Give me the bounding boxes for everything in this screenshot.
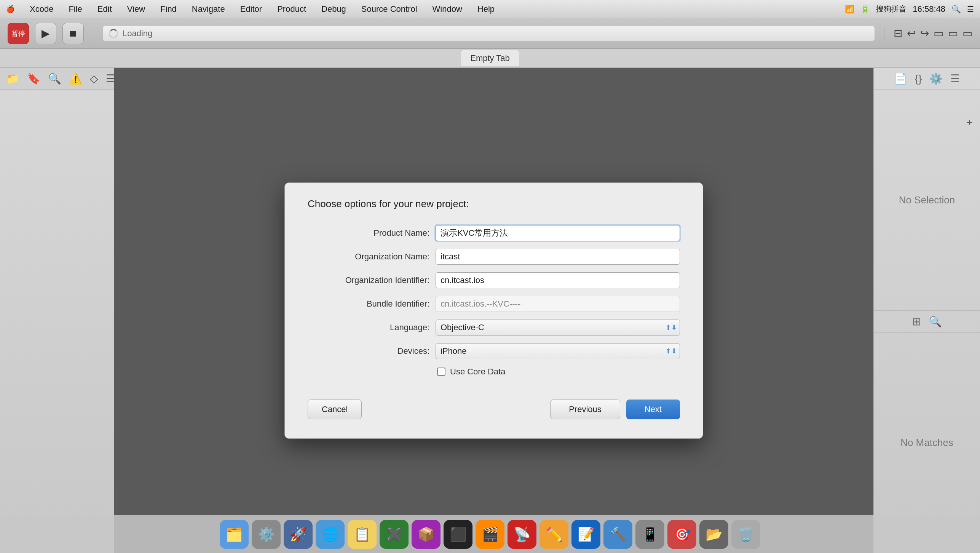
sidebar-search-icon[interactable]: 🔍 (48, 72, 61, 85)
layout-icon-2[interactable]: ↩ (907, 27, 916, 40)
dock-excel[interactable]: ✖️ (380, 520, 409, 549)
layout-icon-4[interactable]: ▭ (934, 27, 943, 40)
inspector-no-selection-section: No Selection (874, 90, 980, 310)
center-content: Choose options for your new project: Pro… (114, 68, 873, 553)
org-name-row: Organization Name: (308, 249, 680, 265)
menu-find[interactable]: Find (157, 3, 180, 16)
stop-square-button[interactable]: ⏹ (62, 23, 84, 44)
language-select-wrapper: Objective-C Swift ⬆⬇ (436, 320, 680, 336)
menu-source-control[interactable]: Source Control (358, 3, 420, 16)
org-name-label: Organization Name: (308, 252, 429, 262)
menu-editor[interactable]: Editor (237, 3, 265, 16)
devices-select[interactable]: iPhone iPad Universal (436, 343, 680, 359)
inspector-bottom-icons: ⊞ 🔍 (874, 311, 980, 333)
loading-text: Loading (123, 29, 152, 38)
menu-navigate[interactable]: Navigate (189, 3, 228, 16)
cancel-button[interactable]: Cancel (308, 400, 362, 419)
inspector-gear-icon[interactable]: ⚙️ (929, 72, 943, 85)
dock-finder[interactable]: 🗂️ (220, 520, 249, 549)
language-label: Language: (308, 323, 429, 332)
menubar: 🍎 Xcode File Edit View Find Navigate Edi… (0, 0, 980, 18)
new-project-modal: Choose options for your new project: Pro… (284, 182, 703, 439)
menu-xcode[interactable]: Xcode (27, 3, 56, 16)
stop-icon: ⏹ (69, 28, 78, 39)
sidebar-diamond-icon[interactable]: ◇ (90, 72, 98, 85)
dock-notes[interactable]: 📋 (348, 520, 377, 549)
play-icon: ▶ (41, 27, 50, 40)
toolbar-right-icons: ⊟ ↩ ↪ ▭ ▭ ▭ (894, 27, 972, 40)
clock: 16:58:48 (913, 4, 945, 14)
toolbar-separator-2 (884, 26, 884, 41)
dock-system-prefs[interactable]: ⚙️ (252, 520, 281, 549)
core-data-checkbox[interactable] (437, 368, 445, 376)
dock-launchpad[interactable]: 🚀 (284, 520, 313, 549)
menu-file[interactable]: File (65, 3, 85, 16)
layout-icon-1[interactable]: ⊟ (894, 27, 902, 40)
footer-right: Previous Next (550, 400, 680, 419)
no-selection-text: No Selection (899, 194, 955, 206)
layout-icon-3[interactable]: ↪ (920, 27, 929, 40)
inspector-code-icon[interactable]: {} (915, 73, 922, 85)
language-row: Language: Objective-C Swift ⬆⬇ (308, 320, 680, 336)
core-data-row: Use Core Data (437, 367, 680, 377)
no-matches-text: No Matches (900, 437, 953, 449)
dock-instruments[interactable]: 🎯 (667, 520, 696, 549)
inspector-zoom-icon[interactable]: 🔍 (929, 315, 942, 328)
dock-videolan[interactable]: 🎬 (476, 520, 504, 549)
main-layout: 📁 🔖 🔍 ⚠️ ◇ ☰ ↩ 💬 Choose options for your… (0, 68, 980, 553)
product-name-input[interactable] (436, 225, 680, 241)
apple-menu[interactable]: 🍎 (6, 5, 14, 13)
inspector-file-icon[interactable]: 📄 (894, 72, 907, 85)
sidebar-folder-icon[interactable]: 📁 (6, 72, 19, 85)
next-button[interactable]: Next (626, 400, 680, 419)
dock-sketch[interactable]: ✏️ (539, 520, 568, 549)
play-button[interactable]: ▶ (35, 23, 56, 44)
stop-button[interactable]: 暂停 (8, 23, 29, 44)
modal-footer: Cancel Previous Next (308, 400, 680, 419)
org-id-label: Organization Identifier: (308, 275, 429, 285)
inspector-grid-view-icon[interactable]: ⊞ (912, 315, 921, 328)
loading-spinner (109, 29, 118, 38)
dock-word[interactable]: 📝 (571, 520, 600, 549)
dock-simulator[interactable]: 📱 (635, 520, 664, 549)
bundle-id-input (436, 296, 680, 312)
inspector-grid-icon[interactable]: ☰ (950, 72, 960, 85)
core-data-label[interactable]: Use Core Data (450, 367, 506, 377)
dock-filezilla[interactable]: 📡 (508, 520, 536, 549)
tab-add-button[interactable]: + (966, 117, 972, 129)
toolbar-separator (93, 26, 93, 41)
devices-label: Devices: (308, 346, 429, 356)
sidebar-warning-icon[interactable]: ⚠️ (69, 72, 82, 85)
battery-icon: 🔋 (860, 5, 870, 14)
sidebar-toolbar: 📁 🔖 🔍 ⚠️ ◇ ☰ ↩ 💬 (0, 68, 114, 90)
wifi-icon: 📶 (845, 5, 854, 14)
toolbar: 暂停 ▶ ⏹ Loading ⊟ ↩ ↪ ▭ ▭ ▭ (0, 18, 980, 49)
language-select[interactable]: Objective-C Swift (436, 320, 680, 336)
menu-view[interactable]: View (124, 3, 148, 16)
sidebar: 📁 🔖 🔍 ⚠️ ◇ ☰ ↩ 💬 (0, 68, 114, 553)
layout-icon-5[interactable]: ▭ (948, 27, 958, 40)
menu-product[interactable]: Product (274, 3, 309, 16)
dock-trash[interactable]: 🗑️ (731, 520, 760, 549)
sidebar-bookmark-icon[interactable]: 🔖 (27, 72, 40, 85)
dock-terminal[interactable]: ⬛ (444, 520, 472, 549)
search-icon[interactable]: 🔍 (951, 5, 961, 14)
dock-safari[interactable]: 🌐 (316, 520, 345, 549)
list-icon[interactable]: ☰ (967, 5, 974, 14)
dock-xcode[interactable]: 🔨 (603, 520, 632, 549)
menu-window[interactable]: Window (429, 3, 465, 16)
menu-help[interactable]: Help (474, 3, 498, 16)
tabbar: Empty Tab + (0, 49, 980, 68)
menu-edit[interactable]: Edit (94, 3, 115, 16)
menu-debug[interactable]: Debug (318, 3, 349, 16)
org-id-input[interactable] (436, 272, 680, 288)
inspector: 📄 {} ⚙️ ☰ No Selection ⊞ 🔍 No Matches (873, 68, 980, 553)
previous-button[interactable]: Previous (550, 400, 620, 419)
input-method[interactable]: 搜狗拼音 (876, 4, 907, 14)
dock-finder-2[interactable]: 📂 (699, 520, 728, 549)
org-name-input[interactable] (436, 249, 680, 265)
dock-onenote[interactable]: 📦 (412, 520, 441, 549)
menu-right: 📶 🔋 搜狗拼音 16:58:48 🔍 ☰ (845, 4, 974, 14)
tab-empty[interactable]: Empty Tab (461, 50, 519, 66)
layout-icon-6[interactable]: ▭ (962, 27, 972, 40)
